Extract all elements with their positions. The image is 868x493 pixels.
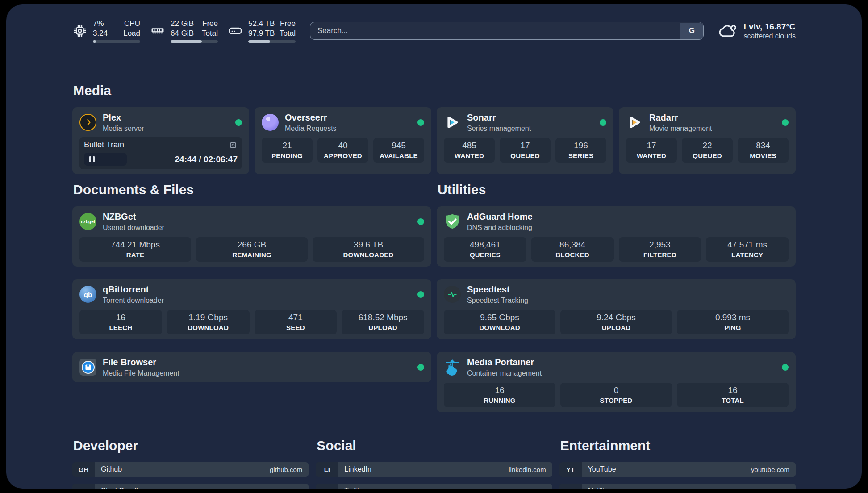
bookmark-twitter[interactable]: TW Twitter twitter.com (316, 484, 552, 489)
sonarr-title: Sonarr (467, 112, 531, 123)
disk-stat: 52.4 TB 97.9 TB Free Total (228, 19, 296, 43)
cast-icon[interactable] (229, 141, 238, 150)
qbittorrent-status-dot (417, 291, 424, 298)
section-utilities: Utilities AdGuard Home (437, 182, 796, 412)
section-media: Media Plex Media server (72, 83, 796, 174)
nzbget-status-dot (417, 218, 424, 225)
ram-free-label: Free (202, 19, 218, 29)
disk-free-value: 52.4 TB (248, 19, 275, 29)
disk-progress-bar (248, 40, 296, 43)
portainer-status-dot (782, 364, 789, 371)
filebrowser-status-dot (417, 364, 424, 371)
cpu-usage-value: 7% (93, 19, 108, 29)
disk-icon (228, 23, 243, 38)
portainer-icon (444, 359, 461, 376)
nzbget-subtitle: Usenet downloader (103, 223, 164, 232)
section-developer: Developer GH Github github.com SO StackO… (72, 438, 309, 489)
radarr-subtitle: Movie management (649, 124, 712, 133)
plex-status-dot (235, 119, 242, 126)
radarr-icon (626, 114, 643, 131)
overseerr-title: Overseerr (285, 112, 337, 123)
plex-icon (79, 114, 96, 131)
section-entertainment: Entertainment YT YouTube youtube.com NF … (559, 438, 796, 489)
filebrowser-icon (79, 359, 96, 376)
card-plex[interactable]: Plex Media server Bullet Train (72, 107, 249, 174)
cpu-stat: 7% 3.24 CPU Load (72, 19, 140, 43)
bookmark-linkedin[interactable]: LI LinkedIn linkedin.com (316, 462, 552, 477)
bookmark-youtube[interactable]: YT YouTube youtube.com (559, 462, 796, 477)
qbittorrent-title: qBittorrent (103, 284, 164, 295)
stat-total: 16 TOTAL (677, 383, 789, 407)
cpu-load-value: 3.24 (93, 29, 108, 38)
stat-series: 196 SERIES (555, 138, 606, 163)
stat-filtered: 2,953 FILTERED (619, 237, 701, 262)
card-adguard[interactable]: AdGuard Home DNS and adblocking 498,461 … (437, 206, 796, 267)
stat-remaining: 266 GB REMAINING (196, 237, 308, 262)
dashboard: 7% 3.24 CPU Load (6, 4, 862, 489)
radarr-title: Radarr (649, 112, 712, 123)
stat-stopped: 0 STOPPED (560, 383, 672, 407)
sonarr-icon (444, 114, 461, 131)
section-heading-social: Social (317, 438, 552, 453)
speedtest-subtitle: Speedtest Tracking (467, 296, 528, 305)
cpu-progress-bar (93, 40, 140, 43)
nzbget-icon: nzbget (79, 213, 96, 230)
search-bar: G (310, 22, 704, 40)
ram-stat: 22 GiB 64 GiB Free Total (150, 19, 218, 43)
cpu-icon (72, 23, 88, 38)
plex-title: Plex (103, 112, 144, 123)
stat-upload: 618.52 Mbps UPLOAD (342, 310, 424, 334)
weather-location: Lviv, 16.87°C (743, 21, 796, 33)
search-input[interactable] (310, 22, 704, 40)
ram-icon (150, 23, 165, 38)
stat-approved: 40 APPROVED (317, 138, 368, 163)
weather-condition: scattered clouds (743, 32, 796, 40)
card-filebrowser[interactable]: File Browser Media File Management (72, 352, 431, 382)
cpu-load-label: Load (123, 29, 140, 38)
card-radarr[interactable]: Radarr Movie management 17 WANTED 22 QUE… (619, 107, 796, 174)
search-engine-button[interactable]: G (680, 23, 703, 39)
header-divider (72, 54, 796, 54)
section-heading-utilities: Utilities (438, 182, 796, 197)
stat-movies: 834 MOVIES (738, 138, 789, 163)
card-overseerr[interactable]: Overseerr Media Requests 21 PENDING 40 A… (255, 107, 431, 174)
stat-latency: 47.571 ms LATENCY (706, 237, 789, 262)
speedtest-title: Speedtest (467, 284, 528, 295)
card-nzbget[interactable]: nzbget NZBGet Usenet downloader 744.21 M… (72, 206, 431, 267)
speedtest-icon (444, 286, 461, 303)
stat-pending: 21 PENDING (262, 138, 313, 163)
stat-queued: 22 QUEUED (682, 138, 733, 163)
stat-downloaded: 39.6 TB DOWNLOADED (313, 237, 424, 262)
stat-ping: 0.993 ms PING (677, 310, 789, 334)
system-stats: 7% 3.24 CPU Load (72, 19, 296, 43)
portainer-title: Media Portainer (467, 357, 542, 368)
sonarr-subtitle: Series management (467, 124, 531, 133)
card-sonarr[interactable]: Sonarr Series management 485 WANTED 17 Q… (437, 107, 613, 174)
overseerr-subtitle: Media Requests (285, 124, 337, 133)
ram-free-value: 22 GiB (171, 19, 194, 29)
stat-rate: 744.21 Mbps RATE (79, 237, 191, 262)
bookmark-stackoverflow[interactable]: SO StackOverflow stackoverflow.com (72, 484, 309, 489)
plex-subtitle: Media server (103, 124, 144, 133)
pause-icon (89, 156, 91, 162)
card-portainer[interactable]: Media Portainer Container management 16 … (437, 352, 796, 412)
stat-leech: 16 LEECH (79, 310, 162, 334)
section-heading-media: Media (73, 83, 796, 98)
pause-button[interactable] (84, 153, 127, 166)
section-documents: Documents & Files nzbget NZBGet Usenet d… (72, 182, 431, 412)
stat-download: 1.19 Gbps DOWNLOAD (167, 310, 250, 334)
bookmark-github[interactable]: GH Github github.com (72, 462, 309, 477)
adguard-subtitle: DNS and adblocking (467, 223, 533, 232)
bookmark-netflix[interactable]: NF Netflix netflix.com (559, 484, 796, 489)
card-speedtest[interactable]: Speedtest Speedtest Tracking 9.65 Gbps D… (437, 279, 796, 339)
overseerr-status-dot (417, 119, 424, 126)
ram-total-label: Total (202, 29, 218, 38)
card-qbittorrent[interactable]: qb qBittorrent Torrent downloader 16 LEE… (72, 279, 431, 339)
adguard-title: AdGuard Home (467, 211, 533, 222)
radarr-status-dot (782, 119, 789, 126)
section-heading-entertainment: Entertainment (560, 438, 796, 453)
stat-wanted: 17 WANTED (626, 138, 677, 163)
overseerr-icon (262, 114, 279, 131)
section-heading-developer: Developer (73, 438, 309, 453)
plex-now-playing: Bullet Train 24:44 / 02:06:47 (79, 137, 242, 169)
